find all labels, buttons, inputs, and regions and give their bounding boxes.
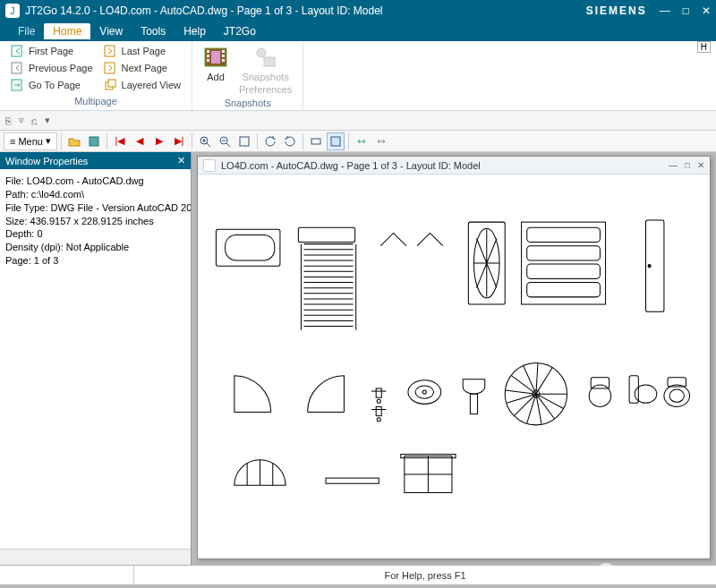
nav-first-button[interactable]: |◀	[111, 132, 129, 150]
svg-rect-16	[264, 57, 275, 66]
separator	[348, 133, 349, 149]
close-button[interactable]: ✕	[702, 4, 711, 17]
svg-point-88	[664, 385, 690, 407]
stretch-button[interactable]	[353, 132, 371, 150]
menu-view[interactable]: View	[90, 23, 132, 39]
quick-access-strip: ⎘ ▿ ⎌ ▾	[0, 111, 716, 131]
window-controls: — □ ✕	[660, 4, 711, 17]
menu-home[interactable]: Home	[44, 23, 90, 39]
panel-title: Window Properties	[5, 156, 88, 166]
minimize-button[interactable]: —	[660, 4, 670, 17]
tool-button-active[interactable]	[327, 132, 345, 150]
compress-button[interactable]	[372, 132, 390, 150]
last-page-button[interactable]: Last Page	[102, 43, 183, 59]
nav-last-button[interactable]: ▶|	[170, 132, 188, 150]
svg-point-15	[257, 48, 266, 57]
qa-item[interactable]: ▿	[17, 115, 26, 126]
status-grip	[0, 566, 134, 584]
zoom-in-button[interactable]	[196, 132, 214, 150]
prop-type: File Type: DWG File - Version AutoCAD 20…	[5, 201, 185, 215]
open-button[interactable]	[65, 132, 83, 150]
svg-point-62	[377, 399, 380, 403]
svg-line-82	[536, 362, 538, 394]
watermark-icon	[596, 563, 616, 583]
title-bar: J JT2Go 14.2.0 - LO4D.com - AutoCAD.dwg …	[0, 0, 716, 21]
first-page-button[interactable]: First Page	[9, 43, 95, 59]
svg-line-19	[207, 143, 210, 147]
svg-rect-27	[331, 137, 340, 146]
window-title: JT2Go 14.2.0 - LO4D.com - AutoCAD.dwg - …	[25, 4, 586, 17]
tool-button[interactable]	[307, 132, 325, 150]
goto-page-button[interactable]: Go To Page	[9, 77, 95, 93]
menu-file[interactable]: File	[9, 23, 44, 39]
canvas-viewport[interactable]	[198, 175, 710, 558]
menu-button[interactable]: ≡Menu▾	[4, 132, 57, 150]
panel-header[interactable]: Window Properties ✕	[0, 152, 191, 169]
separator	[61, 133, 62, 149]
qa-item[interactable]: ⎌	[30, 115, 39, 126]
main-area: Window Properties ✕ File: LO4D.com - Aut…	[0, 152, 716, 565]
nav-next-button[interactable]: ▶	[150, 132, 168, 150]
menu-help[interactable]: Help	[175, 23, 215, 39]
svg-rect-53	[527, 246, 601, 260]
app-icon: J	[5, 4, 20, 18]
previous-page-icon	[11, 61, 25, 75]
prop-file: File: LO4D.com - AutoCAD.dwg	[5, 175, 185, 188]
svg-rect-12	[222, 55, 225, 57]
snapshot-prefs-button[interactable]: Snapshots Preferences	[234, 43, 297, 97]
svg-line-83	[536, 368, 552, 395]
ribbon-group-snapshots: Add Snapshots Preferences Snapshots	[192, 41, 303, 110]
add-snapshot-button[interactable]: Add	[198, 43, 234, 97]
qa-dropdown-icon[interactable]: ▾	[43, 115, 52, 126]
layered-view-icon	[104, 78, 118, 92]
doc-close-button[interactable]: ✕	[697, 160, 704, 170]
menu-jt2go[interactable]: JT2Go	[215, 23, 265, 39]
svg-point-65	[377, 418, 380, 422]
separator	[303, 133, 303, 149]
first-page-icon	[11, 44, 25, 58]
svg-rect-30	[298, 227, 354, 242]
svg-rect-51	[522, 222, 606, 304]
panel-close-button[interactable]: ✕	[177, 155, 185, 166]
doc-max-button[interactable]: □	[685, 160, 690, 170]
svg-rect-90	[668, 378, 686, 387]
next-page-button[interactable]: Next Page	[102, 60, 183, 76]
ribbon-group-multipage: First Page Previous Page Go To Page Last…	[0, 41, 192, 110]
prop-path: Path: c:\lo4d.com\	[5, 188, 185, 201]
svg-rect-11	[222, 50, 225, 53]
hamburger-icon: ≡	[10, 136, 15, 147]
panel-scrollbar[interactable]	[0, 549, 191, 565]
svg-rect-26	[311, 139, 320, 144]
svg-rect-10	[207, 59, 209, 62]
filmstrip-icon	[203, 45, 228, 70]
prop-size: Size: 436.9157 x 228.9125 inches	[5, 215, 185, 228]
viewer-toolbar: ≡Menu▾ |◀ ◀ ▶ ▶|	[0, 131, 716, 152]
doc-min-button[interactable]: —	[669, 160, 678, 170]
document-header[interactable]: LO4D.com - AutoCAD.dwg - Page 1 of 3 - L…	[198, 157, 710, 175]
fit-button[interactable]	[235, 132, 253, 150]
svg-rect-17	[90, 137, 98, 146]
qa-item[interactable]: ⎘	[4, 115, 13, 126]
save-button[interactable]	[85, 132, 103, 150]
svg-rect-94	[326, 478, 379, 483]
svg-rect-3	[105, 46, 115, 56]
menu-tools[interactable]: Tools	[132, 23, 175, 39]
menu-bar: File Home View Tools Help JT2Go	[0, 21, 716, 41]
prop-depth: Depth: 0	[5, 227, 185, 241]
svg-point-89	[669, 389, 684, 402]
svg-line-75	[536, 394, 541, 424]
layered-view-button[interactable]: Layered View	[102, 77, 183, 93]
svg-rect-6	[108, 80, 115, 87]
zoom-out-button[interactable]	[216, 132, 234, 150]
maximize-button[interactable]: □	[683, 4, 689, 17]
previous-page-button[interactable]: Previous Page	[9, 60, 95, 76]
svg-rect-29	[226, 234, 275, 260]
next-page-icon	[104, 61, 118, 75]
prop-page: Page: 1 of 3	[5, 254, 185, 268]
nav-prev-button[interactable]: ◀	[131, 132, 149, 150]
ribbon-group-label-snapshots: Snapshots	[198, 97, 297, 110]
rotate-right-button[interactable]	[281, 132, 299, 150]
svg-rect-52	[527, 227, 601, 242]
rotate-left-button[interactable]	[261, 132, 279, 150]
document-window: LO4D.com - AutoCAD.dwg - Page 1 of 3 - L…	[197, 156, 711, 559]
